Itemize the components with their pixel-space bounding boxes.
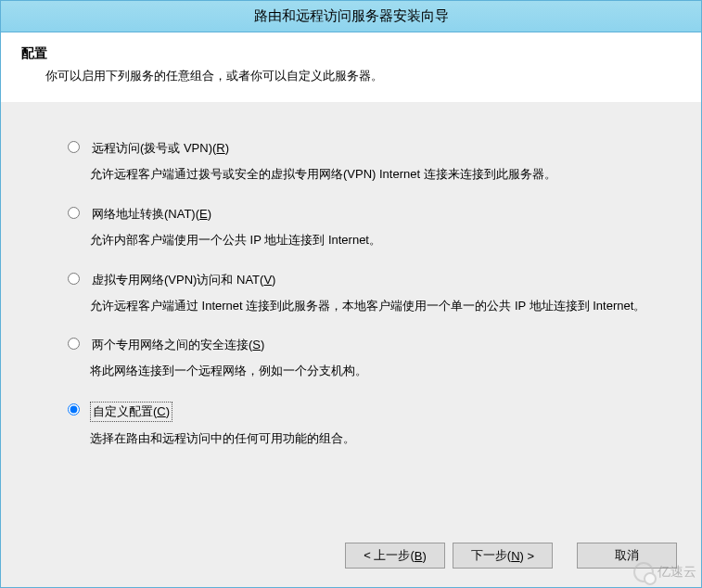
option-desc-nat: 允许内部客户端使用一个公共 IP 地址连接到 Internet。 xyxy=(90,231,653,250)
wizard-header: 配置 你可以启用下列服务的任意组合，或者你可以自定义此服务器。 xyxy=(1,32,701,101)
option-desc-custom: 选择在路由和远程访问中的任何可用功能的组合。 xyxy=(90,429,653,449)
option-custom[interactable]: 自定义配置(C) 选择在路由和远程访问中的任何可用功能的组合。 xyxy=(68,402,653,449)
option-remote-access[interactable]: 远程访问(拨号或 VPN)(R) 允许远程客户端通过拨号或安全的虚拟专用网络(V… xyxy=(68,139,653,185)
option-desc-vpn-nat: 允许远程客户端通过 Internet 连接到此服务器，本地客户端使用一个单一的公… xyxy=(90,297,653,316)
back-button[interactable]: < 上一步(B) xyxy=(345,543,445,569)
option-label-vpn-nat[interactable]: 虚拟专用网络(VPN)访问和 NAT(V) xyxy=(90,271,277,289)
wizard-window: 路由和远程访问服务器安装向导 配置 你可以启用下列服务的任意组合，或者你可以自定… xyxy=(0,0,702,588)
option-vpn-nat[interactable]: 虚拟专用网络(VPN)访问和 NAT(V) 允许远程客户端通过 Internet… xyxy=(68,271,653,316)
cancel-button[interactable]: 取消 xyxy=(577,543,677,569)
option-label-custom[interactable]: 自定义配置(C) xyxy=(90,402,172,422)
window-title: 路由和远程访问服务器安装向导 xyxy=(254,7,449,25)
title-bar: 路由和远程访问服务器安装向导 xyxy=(1,1,701,32)
button-bar: < 上一步(B) 下一步(N) > 取消 xyxy=(1,531,701,587)
option-desc-secure-connection: 将此网络连接到一个远程网络，例如一个分支机构。 xyxy=(90,362,653,381)
radio-vpn-nat[interactable] xyxy=(68,273,80,285)
option-label-secure-connection[interactable]: 两个专用网络之间的安全连接(S) xyxy=(90,336,266,354)
radio-secure-connection[interactable] xyxy=(68,338,80,350)
wizard-content: 远程访问(拨号或 VPN)(R) 允许远程客户端通过拨号或安全的虚拟专用网络(V… xyxy=(1,102,701,531)
header-title: 配置 xyxy=(21,45,681,62)
radio-nat[interactable] xyxy=(68,207,80,219)
radio-remote-access[interactable] xyxy=(68,141,80,153)
radio-custom[interactable] xyxy=(68,403,80,415)
option-secure-connection[interactable]: 两个专用网络之间的安全连接(S) 将此网络连接到一个远程网络，例如一个分支机构。 xyxy=(68,336,653,381)
option-label-nat[interactable]: 网络地址转换(NAT)(E) xyxy=(90,205,213,224)
option-desc-remote-access: 允许远程客户端通过拨号或安全的虚拟专用网络(VPN) Internet 连接来连… xyxy=(90,165,653,185)
option-label-remote-access[interactable]: 远程访问(拨号或 VPN)(R) xyxy=(90,139,231,158)
next-button[interactable]: 下一步(N) > xyxy=(453,543,553,569)
option-nat[interactable]: 网络地址转换(NAT)(E) 允许内部客户端使用一个公共 IP 地址连接到 In… xyxy=(68,205,653,250)
header-desc: 你可以启用下列服务的任意组合，或者你可以自定义此服务器。 xyxy=(21,68,681,84)
